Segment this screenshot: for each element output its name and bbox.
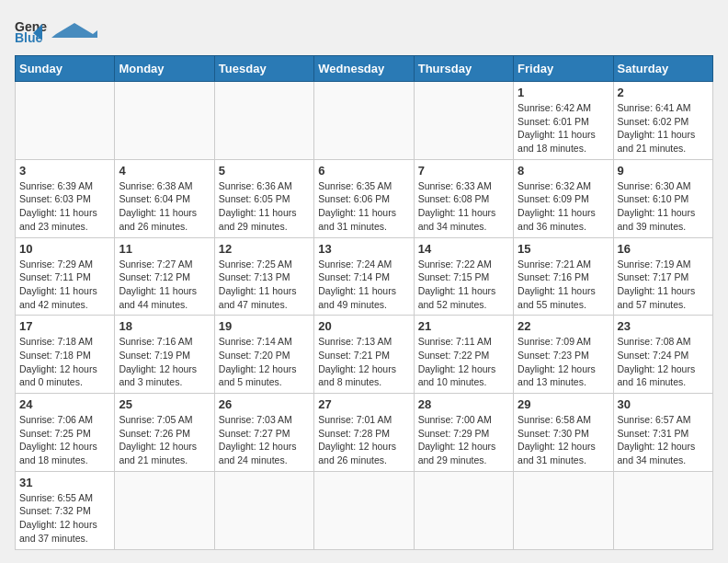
- header: General Blue: [15, 15, 713, 48]
- day-number: 23: [618, 319, 709, 333]
- calendar-cell: 12Sunrise: 7:25 AM Sunset: 7:13 PM Dayli…: [214, 237, 313, 316]
- day-number: 30: [618, 397, 709, 411]
- day-info: Sunrise: 7:08 AM Sunset: 7:24 PM Dayligh…: [618, 335, 709, 389]
- day-info: Sunrise: 6:38 AM Sunset: 6:04 PM Dayligh…: [119, 179, 210, 234]
- calendar-week-2: 10Sunrise: 7:29 AM Sunset: 7:11 PM Dayli…: [16, 237, 713, 316]
- col-header-monday: Monday: [115, 56, 214, 82]
- day-number: 10: [19, 242, 110, 256]
- day-number: 2: [618, 86, 709, 99]
- day-info: Sunrise: 7:16 AM Sunset: 7:19 PM Dayligh…: [119, 335, 210, 389]
- svg-text:Blue: Blue: [15, 30, 43, 45]
- calendar-cell: 22Sunrise: 7:09 AM Sunset: 7:23 PM Dayli…: [514, 316, 613, 394]
- day-number: 20: [318, 319, 409, 333]
- day-info: Sunrise: 7:03 AM Sunset: 7:27 PM Dayligh…: [219, 413, 310, 467]
- day-info: Sunrise: 7:01 AM Sunset: 7:28 PM Dayligh…: [318, 413, 409, 467]
- day-number: 16: [618, 242, 709, 256]
- day-number: 5: [219, 164, 310, 178]
- day-info: Sunrise: 7:24 AM Sunset: 7:14 PM Dayligh…: [318, 258, 409, 312]
- calendar-cell: 3Sunrise: 6:39 AM Sunset: 6:03 PM Daylig…: [16, 159, 115, 237]
- calendar-cell: 28Sunrise: 7:00 AM Sunset: 7:29 PM Dayli…: [414, 394, 513, 472]
- col-header-thursday: Thursday: [414, 56, 513, 82]
- col-header-sunday: Sunday: [16, 56, 115, 82]
- day-number: 3: [19, 164, 110, 178]
- svg-marker-3: [51, 23, 97, 38]
- logo-icon: General Blue: [15, 15, 48, 48]
- calendar-cell: [16, 82, 115, 160]
- day-number: 6: [318, 164, 409, 178]
- calendar-cell: 7Sunrise: 6:33 AM Sunset: 6:08 PM Daylig…: [414, 159, 513, 237]
- day-number: 12: [219, 242, 310, 256]
- day-number: 13: [318, 242, 409, 256]
- calendar-body: 1Sunrise: 6:42 AM Sunset: 6:01 PM Daylig…: [16, 82, 713, 550]
- day-info: Sunrise: 7:25 AM Sunset: 7:13 PM Dayligh…: [219, 258, 310, 312]
- calendar-week-0: 1Sunrise: 6:42 AM Sunset: 6:01 PM Daylig…: [16, 82, 713, 160]
- calendar-cell: 6Sunrise: 6:35 AM Sunset: 6:06 PM Daylig…: [314, 159, 414, 237]
- day-info: Sunrise: 6:32 AM Sunset: 6:09 PM Dayligh…: [518, 179, 609, 234]
- calendar-cell: 20Sunrise: 7:13 AM Sunset: 7:21 PM Dayli…: [314, 316, 414, 394]
- day-info: Sunrise: 6:30 AM Sunset: 6:10 PM Dayligh…: [618, 179, 709, 234]
- day-number: 26: [219, 397, 310, 411]
- day-number: 1: [518, 86, 609, 99]
- calendar-cell: 17Sunrise: 7:18 AM Sunset: 7:18 PM Dayli…: [16, 316, 115, 394]
- calendar-cell: 13Sunrise: 7:24 AM Sunset: 7:14 PM Dayli…: [314, 237, 414, 316]
- day-info: Sunrise: 6:35 AM Sunset: 6:06 PM Dayligh…: [318, 179, 409, 234]
- day-number: 4: [119, 164, 210, 178]
- day-info: Sunrise: 7:06 AM Sunset: 7:25 PM Dayligh…: [19, 413, 110, 467]
- calendar-cell: [214, 471, 313, 549]
- calendar-cell: 27Sunrise: 7:01 AM Sunset: 7:28 PM Dayli…: [314, 394, 414, 472]
- col-header-wednesday: Wednesday: [314, 56, 414, 82]
- day-info: Sunrise: 6:39 AM Sunset: 6:03 PM Dayligh…: [19, 179, 110, 234]
- day-info: Sunrise: 6:36 AM Sunset: 6:05 PM Dayligh…: [219, 179, 310, 234]
- day-info: Sunrise: 7:29 AM Sunset: 7:11 PM Dayligh…: [19, 258, 110, 312]
- calendar-week-3: 17Sunrise: 7:18 AM Sunset: 7:18 PM Dayli…: [16, 316, 713, 394]
- logo-wave: [51, 21, 97, 38]
- calendar-cell: 4Sunrise: 6:38 AM Sunset: 6:04 PM Daylig…: [115, 159, 214, 237]
- calendar-cell: [214, 82, 313, 160]
- calendar-cell: 11Sunrise: 7:27 AM Sunset: 7:12 PM Dayli…: [115, 237, 214, 316]
- calendar-cell: [514, 471, 613, 549]
- calendar-cell: [414, 82, 513, 160]
- calendar-cell: 8Sunrise: 6:32 AM Sunset: 6:09 PM Daylig…: [514, 159, 613, 237]
- day-number: 14: [418, 242, 509, 256]
- calendar-cell: [115, 82, 214, 160]
- calendar-week-1: 3Sunrise: 6:39 AM Sunset: 6:03 PM Daylig…: [16, 159, 713, 237]
- calendar-cell: 2Sunrise: 6:41 AM Sunset: 6:02 PM Daylig…: [613, 82, 712, 160]
- day-info: Sunrise: 7:18 AM Sunset: 7:18 PM Dayligh…: [19, 335, 110, 389]
- calendar-cell: [613, 471, 712, 549]
- day-info: Sunrise: 7:11 AM Sunset: 7:22 PM Dayligh…: [418, 335, 509, 389]
- day-info: Sunrise: 6:41 AM Sunset: 6:02 PM Dayligh…: [618, 101, 709, 155]
- calendar-header: SundayMondayTuesdayWednesdayThursdayFrid…: [16, 56, 713, 82]
- day-info: Sunrise: 7:22 AM Sunset: 7:15 PM Dayligh…: [418, 258, 509, 312]
- calendar-cell: [314, 471, 414, 549]
- logo: General Blue: [15, 15, 97, 48]
- day-number: 9: [618, 164, 709, 178]
- day-number: 24: [19, 397, 110, 411]
- calendar-cell: 15Sunrise: 7:21 AM Sunset: 7:16 PM Dayli…: [514, 237, 613, 316]
- calendar-cell: 14Sunrise: 7:22 AM Sunset: 7:15 PM Dayli…: [414, 237, 513, 316]
- calendar-cell: 25Sunrise: 7:05 AM Sunset: 7:26 PM Dayli…: [115, 394, 214, 472]
- day-number: 17: [19, 319, 110, 333]
- calendar-cell: [314, 82, 414, 160]
- day-number: 7: [418, 164, 509, 178]
- day-info: Sunrise: 7:13 AM Sunset: 7:21 PM Dayligh…: [318, 335, 409, 389]
- calendar-cell: 21Sunrise: 7:11 AM Sunset: 7:22 PM Dayli…: [414, 316, 513, 394]
- calendar-cell: 1Sunrise: 6:42 AM Sunset: 6:01 PM Daylig…: [514, 82, 613, 160]
- day-number: 29: [518, 397, 609, 411]
- calendar-cell: 29Sunrise: 6:58 AM Sunset: 7:30 PM Dayli…: [514, 394, 613, 472]
- day-number: 22: [518, 319, 609, 333]
- day-number: 8: [518, 164, 609, 178]
- calendar-cell: 31Sunrise: 6:55 AM Sunset: 7:32 PM Dayli…: [16, 471, 115, 549]
- calendar-cell: 26Sunrise: 7:03 AM Sunset: 7:27 PM Dayli…: [214, 394, 313, 472]
- header-row: SundayMondayTuesdayWednesdayThursdayFrid…: [16, 56, 713, 82]
- calendar-cell: 24Sunrise: 7:06 AM Sunset: 7:25 PM Dayli…: [16, 394, 115, 472]
- day-info: Sunrise: 7:05 AM Sunset: 7:26 PM Dayligh…: [119, 413, 210, 467]
- col-header-saturday: Saturday: [613, 56, 712, 82]
- day-info: Sunrise: 6:55 AM Sunset: 7:32 PM Dayligh…: [19, 491, 110, 546]
- calendar-cell: 23Sunrise: 7:08 AM Sunset: 7:24 PM Dayli…: [613, 316, 712, 394]
- day-number: 27: [318, 397, 409, 411]
- day-number: 28: [418, 397, 509, 411]
- calendar-cell: 19Sunrise: 7:14 AM Sunset: 7:20 PM Dayli…: [214, 316, 313, 394]
- day-info: Sunrise: 7:21 AM Sunset: 7:16 PM Dayligh…: [518, 258, 609, 312]
- day-number: 21: [418, 319, 509, 333]
- day-info: Sunrise: 7:27 AM Sunset: 7:12 PM Dayligh…: [119, 258, 210, 312]
